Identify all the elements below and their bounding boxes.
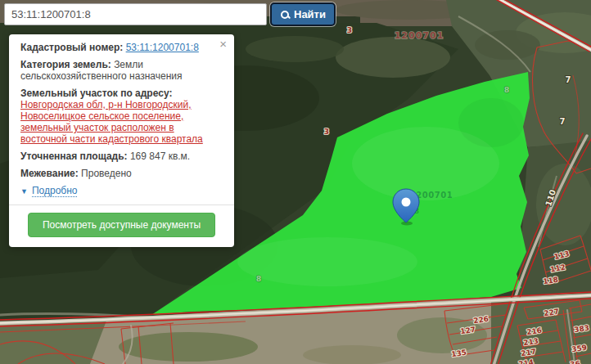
parcel-info-card: × Кадастровый номер: 53:11:1200701:8 Кат… [9, 34, 234, 247]
survey-label: Межевание: [20, 168, 79, 179]
survey-row: Межевание: Проведено [20, 168, 223, 179]
view-documents-button[interactable]: Посмотреть доступные документы [28, 213, 215, 237]
find-button[interactable]: Найти [270, 2, 336, 26]
search-icon [280, 10, 290, 20]
chevron-down-icon: ▼ [20, 187, 28, 195]
forest-label-3-top: 3 [347, 26, 352, 34]
address-row: Земельный участок по адресу: Новгородска… [20, 88, 223, 145]
land-category-row: Категория земель: Земли сельскохозяйстве… [20, 59, 223, 82]
parcel-label-7-upper: 7 [566, 75, 571, 84]
survey-value: Проведено [81, 168, 132, 179]
quarter-label-top: 1200701 [395, 30, 444, 41]
parcel-label-8-top: 8 [504, 85, 510, 94]
area-label: Уточненная площадь: [20, 151, 128, 162]
details-row: ▼ Подробно [20, 185, 223, 197]
address-label: Земельный участок по адресу: [20, 88, 172, 99]
cadastral-number-label: Кадастровый номер: [20, 42, 123, 53]
parcel-label-36: 36 [570, 359, 581, 364]
area-row: Уточненная площадь: 169 847 кв.м. [20, 151, 223, 162]
area-value: 169 847 кв.м. [130, 151, 190, 162]
address-link[interactable]: Новгородская обл, р-н Новгородский, Ново… [20, 99, 203, 145]
card-divider [9, 204, 234, 205]
close-icon[interactable]: × [219, 38, 227, 50]
cadastral-number-row: Кадастровый номер: 53:11:1200701:8 [20, 42, 223, 53]
details-link[interactable]: Подробно [32, 185, 78, 197]
land-category-label: Категория земель: [20, 59, 111, 70]
parcel-label-7-lower: 7 [560, 117, 566, 126]
find-button-label: Найти [294, 8, 326, 20]
parcel-label-8-sw: 8 [256, 274, 262, 283]
search-input[interactable] [4, 3, 267, 25]
forest-label-3: 3 [324, 128, 329, 136]
cadastral-number-link[interactable]: 53:11:1200701:8 [126, 42, 199, 53]
